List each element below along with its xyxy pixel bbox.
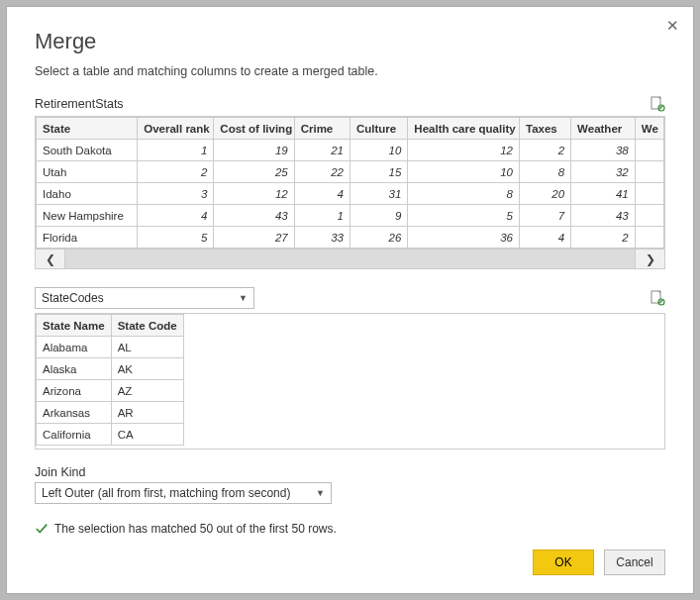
dialog-title: Merge xyxy=(35,29,665,54)
table-row[interactable]: New Hampshire443195743 xyxy=(37,205,664,227)
match-status-text: The selection has matched 50 out of the … xyxy=(54,522,337,536)
col-costliving[interactable]: Cost of living xyxy=(214,118,294,140)
table1-hscrollbar[interactable]: ❮ ❯ xyxy=(36,249,664,268)
table-row[interactable]: Utah225221510832 xyxy=(37,161,664,183)
col-weather[interactable]: Weather xyxy=(571,118,636,140)
close-icon[interactable]: ✕ xyxy=(666,17,679,35)
expand-table1-icon[interactable] xyxy=(650,96,665,112)
table1-header-row[interactable]: State Overall rank Cost of living Crime … xyxy=(37,118,664,140)
join-kind-selector[interactable]: Left Outer (all from first, matching fro… xyxy=(35,482,332,504)
scroll-left-icon[interactable]: ❮ xyxy=(36,250,65,268)
table-row[interactable]: CaliforniaCA xyxy=(37,424,184,446)
scroll-right-icon[interactable]: ❯ xyxy=(635,250,664,268)
col-hcq[interactable]: Health care quality xyxy=(408,118,520,140)
table1-name: RetirementStats xyxy=(35,97,124,111)
expand-table2-icon[interactable] xyxy=(650,290,665,306)
col-overflow[interactable]: We xyxy=(635,118,663,140)
join-kind-selected: Left Outer (all from first, matching fro… xyxy=(42,486,290,500)
ok-button[interactable]: OK xyxy=(533,550,594,575)
table2-grid[interactable]: State Name State Code AlabamaAL AlaskaAK… xyxy=(35,313,665,450)
table2-header-row[interactable]: State Name State Code xyxy=(37,315,184,337)
col-culture[interactable]: Culture xyxy=(350,118,407,140)
col-rank[interactable]: Overall rank xyxy=(138,118,214,140)
dialog-subtitle: Select a table and matching columns to c… xyxy=(35,64,665,78)
table-row[interactable]: AlabamaAL xyxy=(37,337,184,358)
chevron-down-icon: ▼ xyxy=(316,488,325,498)
table1-grid[interactable]: State Overall rank Cost of living Crime … xyxy=(35,116,665,269)
scroll-track[interactable] xyxy=(65,250,635,268)
col-statecode[interactable]: State Code xyxy=(111,315,183,337)
table-row[interactable]: South Dakota119211012238 xyxy=(37,140,664,161)
col-taxes[interactable]: Taxes xyxy=(519,118,570,140)
table-row[interactable]: Idaho31243182041 xyxy=(37,183,664,205)
table-row[interactable]: AlaskaAK xyxy=(37,358,184,380)
table2-selected: StateCodes xyxy=(42,291,104,305)
col-crime[interactable]: Crime xyxy=(294,118,350,140)
merge-dialog: ✕ Merge Select a table and matching colu… xyxy=(6,6,694,594)
join-kind-label: Join Kind xyxy=(35,465,665,479)
chevron-down-icon: ▼ xyxy=(239,293,248,303)
col-state[interactable]: State xyxy=(37,118,138,140)
table-row[interactable]: ArkansasAR xyxy=(37,402,184,424)
table-row[interactable]: ArizonaAZ xyxy=(37,380,184,402)
cancel-button[interactable]: Cancel xyxy=(604,550,665,575)
table-row[interactable]: Florida52733263642 xyxy=(37,227,664,249)
checkmark-icon xyxy=(35,522,49,536)
col-statename[interactable]: State Name xyxy=(37,315,112,337)
table2-selector[interactable]: StateCodes ▼ xyxy=(35,287,254,309)
